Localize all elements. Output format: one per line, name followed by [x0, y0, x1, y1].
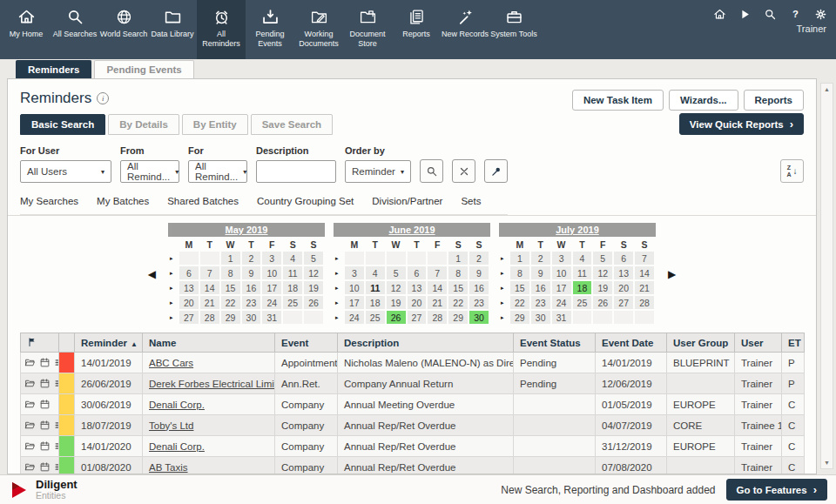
link-my-batches[interactable]: My Batches [97, 196, 149, 206]
go-to-features-button[interactable]: Go to Features › [726, 479, 828, 501]
entity-name-link[interactable]: Derek Forbes Electrical Limited [149, 379, 275, 389]
calendar-day-cell[interactable]: 19 [387, 296, 406, 309]
calendar-day-cell[interactable]: 25 [573, 296, 592, 309]
calendar-day-cell[interactable]: 9 [242, 266, 261, 279]
calendar-day-cell[interactable]: 23 [469, 296, 489, 309]
calendar-day-cell[interactable]: 16 [242, 281, 261, 294]
calendar-day-cell[interactable]: 19 [304, 281, 323, 294]
entity-name-link[interactable]: Toby's Ltd [149, 420, 193, 431]
calendar-day-cell[interactable]: 21 [428, 296, 447, 309]
calendar-day-cell[interactable]: 11 [283, 266, 302, 279]
calendar-day-cell[interactable]: 2 [531, 252, 550, 265]
entity-name-link[interactable]: Denali Corp. [149, 400, 205, 410]
entity-name-link[interactable]: Denali Corp. [149, 441, 205, 452]
calendar-day-cell[interactable]: 6 [408, 266, 427, 279]
subtab-by-entity[interactable]: By Entity [182, 114, 248, 135]
toolbar-item-my-home[interactable]: My Home [2, 0, 51, 59]
calendar-prev-icon[interactable]: ◀ [146, 268, 158, 280]
toolbar-item-world-search[interactable]: World Search [99, 0, 148, 59]
calendar-day-cell[interactable]: 24 [552, 296, 571, 309]
calendar-day-cell[interactable]: 15 [221, 281, 240, 294]
calendar-day-cell[interactable]: 16 [531, 281, 550, 294]
calendar-day-cell[interactable]: 25 [283, 296, 302, 309]
calendar-day-cell[interactable]: 5 [593, 252, 612, 265]
column-header-event-status[interactable]: Event Status [514, 333, 596, 353]
new-task-item-button[interactable]: New Task Item [572, 90, 664, 111]
calendar-day-cell[interactable]: 26 [593, 296, 612, 309]
tab-reminders[interactable]: Reminders [16, 60, 91, 78]
calendar-month-link[interactable]: July 2019 [556, 225, 599, 235]
menu-icon[interactable] [54, 378, 59, 389]
for-user-dropdown[interactable]: All Users▾ [20, 160, 111, 183]
column-header-et[interactable]: ET [782, 333, 805, 353]
calendar-day-cell[interactable]: 28 [428, 311, 447, 324]
column-header-event[interactable]: Event [275, 333, 338, 353]
column-header-event-date[interactable]: Event Date [596, 333, 667, 353]
calendar-day-cell[interactable]: 7 [200, 266, 219, 279]
folder-open-icon[interactable] [24, 399, 36, 410]
calendar-day-cell[interactable]: 11 [366, 281, 385, 294]
calendar-day-cell[interactable]: 24 [262, 296, 281, 309]
calendar-day-cell[interactable]: 15 [510, 281, 529, 294]
calendar-day-cell[interactable]: 18 [283, 281, 302, 294]
wizards-button[interactable]: Wizards... [669, 90, 738, 111]
calendar-day-cell[interactable]: 2 [469, 252, 489, 265]
calendar-icon[interactable] [39, 461, 51, 473]
calendar-day-cell[interactable]: 19 [593, 281, 612, 294]
link-sets[interactable]: Sets [461, 196, 481, 206]
calendar-day-cell[interactable]: 9 [469, 266, 489, 279]
entity-name-link[interactable]: AB Taxis [149, 462, 188, 473]
calendar-day-cell[interactable]: 13 [179, 281, 199, 294]
entity-name-link[interactable]: ABC Cars [149, 358, 193, 368]
toolbar-item-pending-events[interactable]: Pending Events [246, 0, 294, 59]
help-icon[interactable]: ? [789, 8, 802, 21]
tab-pending-events[interactable]: Pending Events [94, 60, 193, 78]
calendar-day-cell[interactable]: 4 [366, 266, 385, 279]
calendar-day-cell[interactable]: 8 [221, 266, 240, 279]
calendar-day-cell[interactable]: 14 [635, 266, 654, 279]
calendar-day-cell[interactable]: 28 [200, 311, 219, 324]
calendar-day-cell[interactable]: 18 [573, 281, 592, 294]
gear-icon[interactable] [814, 8, 827, 21]
calendar-day-cell[interactable]: 5 [304, 252, 323, 265]
search-button[interactable] [420, 159, 443, 183]
calendar-day-cell[interactable]: 1 [510, 252, 529, 265]
calendar-day-cell[interactable]: 22 [221, 296, 240, 309]
calendar-day-cell[interactable]: 4 [573, 252, 592, 265]
calendar-icon[interactable] [39, 378, 51, 389]
calendar-day-cell[interactable]: 20 [179, 296, 199, 309]
calendar-day-cell[interactable]: 15 [448, 281, 468, 294]
toolbar-item-system-tools[interactable]: System Tools [489, 0, 538, 59]
calendar-day-cell[interactable]: 14 [428, 281, 447, 294]
calendar-day-cell[interactable]: 31 [552, 311, 571, 324]
calendar-day-cell[interactable]: 9 [531, 266, 550, 279]
calendar-day-cell[interactable]: 24 [345, 311, 364, 324]
menu-icon[interactable] [54, 420, 59, 431]
calendar-day-cell[interactable]: 27 [408, 311, 427, 324]
calendar-day-cell[interactable]: 10 [345, 281, 364, 294]
calendar-day-cell[interactable]: 10 [552, 266, 571, 279]
link-country-grouping-set[interactable]: Country Grouping Set [257, 196, 354, 206]
calendar-icon[interactable] [39, 357, 51, 368]
calendar-month-link[interactable]: June 2019 [388, 225, 435, 235]
calendar-day-cell[interactable]: 29 [221, 311, 240, 324]
calendar-day-cell[interactable]: 29 [510, 311, 529, 324]
vertical-scrollbar[interactable]: ▲ ▼ [820, 83, 833, 469]
calendar-day-cell[interactable]: 30 [531, 311, 550, 324]
subtab-by-details[interactable]: By Details [108, 114, 179, 135]
calendar-day-cell[interactable]: 21 [635, 281, 654, 294]
scroll-up-icon[interactable]: ▲ [824, 84, 830, 95]
calendar-day-cell[interactable]: 31 [262, 311, 281, 324]
sort-order-button[interactable]: ZA↓ [780, 159, 804, 183]
calendar-day-cell[interactable]: 12 [593, 266, 612, 279]
pin-button[interactable] [484, 159, 508, 183]
week-expand-icon[interactable]: ▸ [335, 281, 343, 294]
calendar-day-cell[interactable]: 1 [448, 252, 468, 265]
calendar-day-cell[interactable]: 17 [262, 281, 281, 294]
calendar-day-cell[interactable]: 27 [179, 311, 199, 324]
calendar-icon[interactable] [39, 420, 51, 431]
for-dropdown[interactable]: All Remind...▾ [188, 160, 247, 183]
week-expand-icon[interactable]: ▸ [501, 311, 509, 324]
scroll-down-icon[interactable]: ▼ [824, 457, 830, 468]
calendar-day-cell[interactable]: 25 [366, 311, 385, 324]
